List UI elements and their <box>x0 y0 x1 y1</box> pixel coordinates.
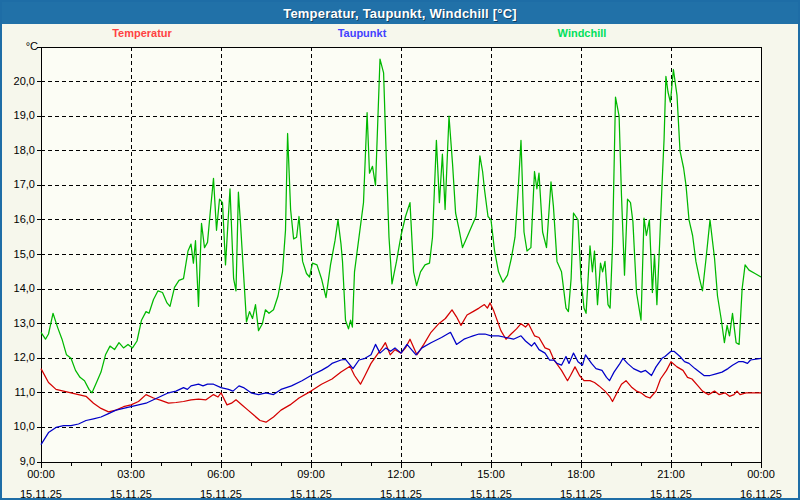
x-axis-date-label: 15.11.25 <box>11 488 71 500</box>
legend-taupunkt: Taupunkt <box>302 27 422 39</box>
x-axis-time-label: 03:00 <box>101 468 161 480</box>
y-axis-label: 10,0 <box>2 420 35 432</box>
y-axis-unit-label: °C <box>12 40 38 52</box>
y-axis-label: 13,0 <box>2 317 35 329</box>
x-axis-date-label: 15.11.25 <box>281 488 341 500</box>
chart-area: Temperatur Taupunkt Windchill °C 9,010,0… <box>2 24 798 498</box>
plot-border <box>41 47 761 462</box>
x-axis-time-label: 12:00 <box>371 468 431 480</box>
x-axis-date-label: 15.11.25 <box>641 488 701 500</box>
app-window: Temperatur, Taupunkt, Windchill [°C] Tem… <box>0 0 800 500</box>
y-axis-label: 16,0 <box>2 213 35 225</box>
x-axis-time-label: 18:00 <box>551 468 611 480</box>
window-title: Temperatur, Taupunkt, Windchill [°C] <box>283 6 517 21</box>
plot-background <box>41 47 761 462</box>
legend-windchill: Windchill <box>522 27 642 39</box>
taupunkt-line <box>41 332 761 444</box>
chart-plot-area <box>2 24 798 498</box>
y-axis-label: 11,0 <box>2 386 35 398</box>
legend-temperatur: Temperatur <box>82 27 202 39</box>
y-axis-label: 20,0 <box>2 75 35 87</box>
window-titlebar: Temperatur, Taupunkt, Windchill [°C] <box>2 2 798 24</box>
x-axis-time-label: 00:00 <box>11 468 71 480</box>
y-axis-label: 12,0 <box>2 351 35 363</box>
x-axis-date-label: 15.11.25 <box>551 488 611 500</box>
x-axis-date-label: 15.11.25 <box>461 488 521 500</box>
windchill-line <box>41 59 761 393</box>
x-axis-date-label: 15.11.25 <box>191 488 251 500</box>
y-axis-label: 9,0 <box>2 455 35 467</box>
x-axis-time-label: 09:00 <box>281 468 341 480</box>
x-axis-time-label: 06:00 <box>191 468 251 480</box>
x-axis-date-label: 15.11.25 <box>371 488 431 500</box>
x-axis-time-label: 21:00 <box>641 468 701 480</box>
x-axis-time-label: 15:00 <box>461 468 521 480</box>
y-axis-label: 19,0 <box>2 109 35 121</box>
x-axis-time-label: 00:00 <box>731 468 791 480</box>
y-axis-label: 18,0 <box>2 144 35 156</box>
temperatur-line <box>41 303 761 422</box>
x-axis-date-label: 16.11.25 <box>731 488 791 500</box>
x-axis-date-label: 15.11.25 <box>101 488 161 500</box>
y-axis-label: 15,0 <box>2 248 35 260</box>
y-axis-label: 17,0 <box>2 178 35 190</box>
y-axis-label: 14,0 <box>2 282 35 294</box>
